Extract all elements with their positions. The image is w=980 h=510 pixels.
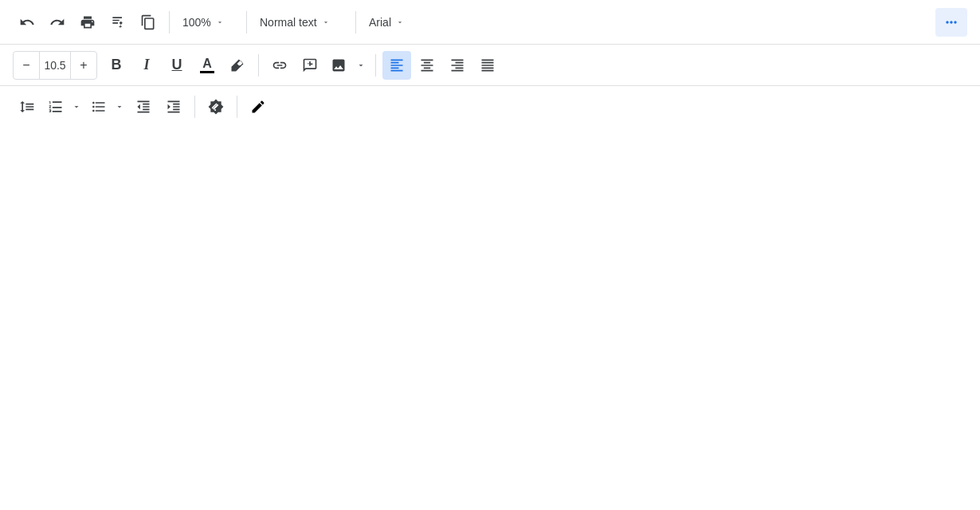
toolbar-row-2: − + B I U A [0, 45, 980, 86]
align-left-icon [389, 57, 405, 73]
insert-image-icon [331, 57, 347, 73]
underline-icon: U [172, 57, 182, 73]
line-spacing-icon [19, 99, 35, 115]
zoom-value: 100% [182, 16, 211, 29]
align-right-button[interactable] [443, 51, 472, 80]
redo-button[interactable] [43, 8, 72, 37]
bullet-list-button[interactable] [86, 92, 112, 121]
divider-6 [194, 96, 195, 118]
align-right-icon [449, 57, 465, 73]
paint-format-icon [110, 14, 126, 30]
bullet-list-icon [91, 99, 107, 115]
more-options-button[interactable] [935, 8, 967, 37]
image-chevron-icon [356, 61, 366, 70]
numbered-list-dropdown-button[interactable] [69, 92, 84, 121]
bullet-list-wrapper [86, 92, 127, 121]
bold-icon: B [112, 57, 122, 73]
link-icon [272, 57, 288, 73]
print-button[interactable] [73, 8, 102, 37]
align-justify-button[interactable] [473, 51, 502, 80]
toolbar-row-3 [0, 86, 980, 128]
clone-format-icon [140, 14, 156, 30]
divider-5 [375, 54, 376, 76]
divider-3 [355, 11, 356, 33]
underline-button[interactable]: U [163, 51, 191, 80]
zoom-chevron-icon [216, 18, 224, 26]
print-icon [80, 14, 96, 30]
highlighter-button[interactable] [223, 51, 252, 80]
font-color-button[interactable]: A [193, 51, 221, 80]
decrease-font-size-button[interactable]: − [14, 51, 39, 80]
toolbar-row-1: 100% Normal text Arial [0, 0, 980, 45]
line-spacing-button[interactable] [13, 92, 41, 121]
divider-1 [169, 11, 170, 33]
decrease-indent-icon [135, 99, 151, 115]
text-style-value: Normal text [260, 16, 317, 29]
add-comment-icon [302, 57, 318, 73]
zoom-dropdown[interactable]: 100% [176, 8, 240, 37]
align-left-button[interactable] [382, 51, 411, 80]
numbered-list-icon [48, 99, 64, 115]
more-icon [943, 14, 959, 30]
font-dropdown[interactable]: Arial [363, 8, 442, 37]
increase-indent-icon [166, 99, 182, 115]
numbered-list-wrapper [43, 92, 84, 121]
font-size-input[interactable] [39, 51, 71, 80]
align-justify-icon [480, 57, 496, 73]
bold-button[interactable]: B [102, 51, 131, 80]
image-dropdown-wrapper [326, 51, 369, 80]
clear-format-button[interactable] [202, 92, 230, 121]
italic-icon: I [143, 57, 149, 73]
divider-7 [237, 96, 237, 118]
font-size-control: − + [13, 51, 97, 80]
bullet-list-dropdown-button[interactable] [112, 92, 127, 121]
undo-icon [19, 14, 35, 30]
image-dropdown-button[interactable] [353, 51, 369, 80]
add-comment-button[interactable] [296, 51, 324, 80]
clear-format-icon [208, 99, 224, 115]
insert-image-button[interactable] [326, 51, 351, 80]
divider-4 [258, 54, 259, 76]
highlighter-icon [229, 57, 245, 73]
font-chevron-icon [396, 18, 404, 26]
pencil-icon [250, 99, 266, 115]
numbered-list-chevron-icon [72, 102, 81, 112]
divider-2 [246, 11, 247, 33]
bullet-list-chevron-icon [115, 102, 124, 112]
link-button[interactable] [265, 51, 294, 80]
pencil-button[interactable] [244, 92, 272, 121]
italic-button[interactable]: I [132, 51, 161, 80]
redo-icon [49, 14, 65, 30]
font-color-bar [200, 71, 214, 73]
font-color-letter: A [202, 57, 212, 70]
increase-indent-button[interactable] [159, 92, 188, 121]
toolbar-container: 100% Normal text Arial [0, 0, 980, 128]
font-value: Arial [369, 16, 391, 29]
numbered-list-button[interactable] [43, 92, 69, 121]
paint-format-button[interactable] [104, 8, 132, 37]
align-center-button[interactable] [413, 51, 441, 80]
style-chevron-icon [322, 18, 330, 26]
undo-button[interactable] [13, 8, 41, 37]
decrease-indent-button[interactable] [129, 92, 158, 121]
increase-font-size-button[interactable]: + [71, 51, 96, 80]
text-style-dropdown[interactable]: Normal text [253, 8, 349, 37]
clone-format-button[interactable] [134, 8, 163, 37]
align-center-icon [419, 57, 435, 73]
